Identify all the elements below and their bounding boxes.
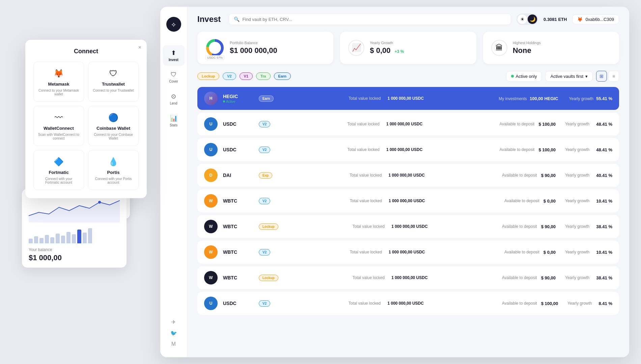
vault-name-wbtc-4: WBTC — [223, 275, 253, 280]
app-window: ⟡ ⬆ Invest 🛡 Cover ⊙ Lend 📊 Stats ✈🐦M In… — [160, 7, 629, 357]
modal-close-button[interactable]: × — [138, 44, 141, 51]
social-icon-0[interactable]: ✈ — [171, 319, 176, 325]
vault-row-hegic[interactable]: H HEGIC Active Earn Total value locked 1… — [197, 87, 619, 110]
vault-avail-val-usdc-last: $ 100,00 — [541, 301, 558, 306]
list-view-button[interactable]: ≡ — [608, 71, 619, 82]
filter-tag-earn[interactable]: Earn — [274, 72, 291, 80]
invest-icon: ⬆ — [171, 49, 176, 57]
holdings-icon-wrap: 🏛 — [491, 40, 507, 56]
holdings-label: Highest Holdings — [513, 41, 541, 45]
vault-row-wbtc-1[interactable]: W WBTC V2 Total value locked 1 000 000,0… — [197, 189, 619, 212]
vault-growth-val-wbtc-2: 38.41 % — [596, 224, 612, 229]
vault-row-usdc-2[interactable]: U USDC V2 Total value locked 1 000 000,0… — [197, 138, 619, 161]
vault-tag-usdc-last: V2 — [259, 300, 270, 307]
chart-dot — [98, 201, 101, 204]
vault-icon-wbtc-4: W — [204, 271, 218, 284]
app-logo: ⟡ — [166, 17, 181, 32]
yearly-card: 📈 Yearly Growth $ 0,00 +3 % — [340, 32, 476, 64]
wallet-option-metamask[interactable]: 🦊 Metamask Connect to your Metamask wall… — [33, 62, 84, 102]
bank-icon: 🏛 — [496, 43, 503, 52]
sort-dropdown[interactable]: Active vaults first ▾ — [545, 71, 593, 82]
vault-tvl-label-wbtc-4: Total value locked — [353, 275, 385, 280]
wallet-grid: 🦊 Metamask Connect to your Metamask wall… — [33, 62, 139, 190]
vault-tag-wbtc-2: Lockup — [259, 223, 278, 230]
vault-growth-val-usdc-1: 48.41 % — [596, 122, 612, 127]
vault-row-dai[interactable]: D DAI Exp Total value locked 1 000 000,0… — [197, 164, 619, 187]
vault-name-hegic: HEGIC — [223, 94, 253, 99]
metamask-name: Metamask — [48, 82, 69, 87]
vault-row-usdc-1[interactable]: U USDC V2 Total value locked 1 000 000,0… — [197, 113, 619, 135]
wallet-button[interactable]: 🦊 0xab6b...C309 — [572, 14, 619, 24]
vault-icon-wbtc-1: W — [204, 194, 218, 208]
bar-7 — [66, 232, 71, 243]
vault-tvl-val-hegic: 1 000 000,00 USDC — [388, 96, 424, 101]
vault-tag-wbtc-1: V2 — [259, 198, 270, 204]
vault-row-wbtc-2[interactable]: W WBTC Lockup Total value locked 1 000 0… — [197, 215, 619, 238]
filter-tag-trx[interactable]: Trx — [256, 72, 271, 80]
search-bar[interactable]: 🔍 — [229, 13, 511, 25]
portfolio-value: $1 000 000,00 — [230, 46, 277, 55]
bar-6 — [61, 236, 65, 243]
cover-label: Cover — [169, 80, 178, 83]
vault-name-wrap-hegic: HEGIC Active — [223, 94, 253, 103]
portis-name: Portis — [107, 170, 120, 175]
active-only-button[interactable]: Active only — [506, 71, 542, 82]
vault-row-wbtc-3[interactable]: W WBTC V2 Total value locked 1 000 000,0… — [197, 241, 619, 264]
bar-3 — [45, 235, 49, 243]
vault-name-usdc-1: USDC — [223, 121, 253, 127]
sidebar-item-invest[interactable]: ⬆ Invest — [163, 45, 185, 66]
trustwallet-icon: 🛡 — [107, 67, 119, 80]
lend-icon: ⊙ — [171, 93, 176, 100]
cover-icon: 🛡 — [171, 71, 177, 78]
filter-tag-v2[interactable]: V2 — [223, 72, 236, 80]
coinbase-icon: 🔵 — [107, 112, 119, 124]
wallet-option-trustwallet[interactable]: 🛡 Trustwallet Connect to your Trustwalle… — [88, 62, 139, 102]
bar-0 — [29, 239, 33, 243]
vault-avail-label-wbtc-4: Available to deposit — [502, 275, 537, 280]
vault-icon-usdc-1: U — [204, 117, 218, 131]
bar-11 — [88, 228, 92, 243]
wallet-option-portis[interactable]: 💧 Portis Connect with your Portis accoun… — [88, 150, 139, 190]
vault-avail-label-dai: Available to deposit — [502, 173, 537, 178]
social-icon-2[interactable]: M — [171, 341, 176, 347]
filter-tag-lockup[interactable]: Lockup — [197, 72, 219, 80]
page-title: Invest — [197, 14, 221, 24]
sidebar-item-cover[interactable]: 🛡 Cover — [163, 67, 185, 87]
vault-invest-section-hegic: My investments 100,00 HEGIC — [499, 95, 559, 101]
social-icon-1[interactable]: 🐦 — [170, 330, 177, 336]
vault-row-wbtc-4[interactable]: W WBTC Lockup Total value locked 1 000 0… — [197, 266, 619, 289]
yearly-label: Yearly Growth — [370, 41, 404, 45]
holdings-card: 🏛 Highest Holdings None — [483, 32, 619, 64]
balance-value: $1 000,00 — [29, 253, 120, 262]
vault-avail-label-wbtc-2: Available to deposit — [502, 224, 537, 229]
vault-name-wrap-usdc-1: USDC — [223, 121, 253, 127]
wallet-option-coinbase[interactable]: 🔵 Coinbase Wallet Connect to your Coinba… — [88, 106, 139, 146]
vault-growth-val-dai: 40.41 % — [596, 173, 612, 178]
vault-growth-label-wbtc-4: Yearly growth — [565, 275, 589, 280]
filter-tag-v1[interactable]: V1 — [240, 72, 253, 80]
coinbase-name: Coinbase Wallet — [96, 126, 130, 131]
balance-chart — [29, 195, 120, 222]
grid-view-button[interactable]: ⊞ — [596, 71, 607, 82]
wallet-option-walletconnect[interactable]: 〰 WalletConnect Scan with WalletConnect … — [33, 106, 84, 146]
vault-growth-val-wbtc-4: 38.41 % — [596, 275, 612, 280]
portfolio-label: Portfolio Balance — [230, 41, 277, 45]
portfolio-donut: USDC 57% — [205, 38, 224, 57]
vault-icon-usdc-last: U — [204, 297, 218, 310]
dark-mode-button[interactable]: 🌙 — [528, 14, 537, 24]
portis-desc: Connect with your Portis account — [92, 177, 134, 184]
vault-name-usdc-2: USDC — [223, 147, 253, 152]
vault-name-wrap-usdc-last: USDC — [223, 301, 253, 306]
wallet-option-fortmatic[interactable]: 🔷 Fortmatic Connect with your Fortmatic … — [33, 150, 84, 190]
vault-tag-wbtc-4: Lockup — [259, 275, 278, 281]
active-dot — [511, 75, 514, 78]
vault-tvl-val-usdc-2: 1 000 000,00 USDC — [386, 147, 422, 152]
metamask-icon: 🦊 — [53, 67, 65, 80]
vault-row-usdc-last[interactable]: U USDC V2 Total value locked 1 000 000,0… — [197, 292, 619, 315]
eth-balance: 0.3081 ETH — [544, 17, 567, 22]
balance-card: Your balance $1 000,00 — [22, 189, 127, 268]
sidebar-item-stats[interactable]: 📊 Stats — [163, 111, 185, 131]
search-input[interactable] — [242, 17, 506, 22]
light-mode-button[interactable]: ☀ — [518, 14, 527, 24]
sidebar-item-lend[interactable]: ⊙ Lend — [163, 89, 185, 109]
